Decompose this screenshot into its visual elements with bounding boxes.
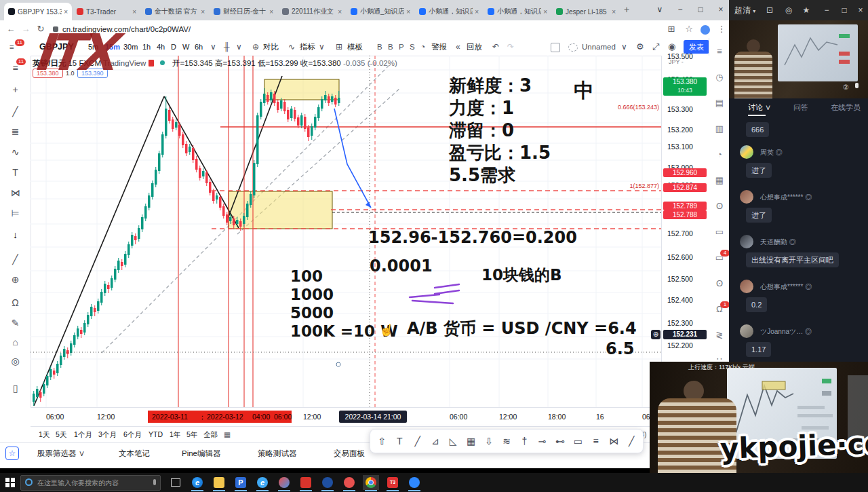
tab-close-icon[interactable]: × <box>201 8 205 16</box>
browser-tab[interactable]: Jesper Li-185× <box>552 3 620 20</box>
t3-icon[interactable]: T3 <box>384 475 401 490</box>
app-minimize-icon[interactable]: − <box>818 0 835 20</box>
flag-icon[interactable] <box>149 60 154 67</box>
right-triangle-icon[interactable]: ◺ <box>444 430 462 453</box>
watchlist-icon[interactable]: ≡ <box>709 46 730 56</box>
browser-tab[interactable]: 小鹅通_知识店× <box>347 3 414 20</box>
style-caret-icon[interactable]: ∨ <box>236 38 242 56</box>
text-tool-icon[interactable]: T <box>0 167 31 178</box>
xabcd-pattern-icon[interactable]: ⋈ <box>605 430 623 453</box>
hide-drawings-icon[interactable]: ◎ <box>0 356 31 366</box>
arrow-up-icon[interactable]: ⇧ <box>373 430 391 453</box>
app-close-icon[interactable]: × <box>852 0 868 20</box>
browser-tab[interactable]: T3-Trader× <box>73 3 140 20</box>
taskbar-search[interactable]: 在这里输入你要搜索的内容 <box>20 475 161 491</box>
file-explorer-icon[interactable] <box>211 475 227 490</box>
arrow-down-tool-icon[interactable]: ↓ <box>0 229 31 240</box>
window-max[interactable]: □ <box>690 0 711 19</box>
range-tab-1个月[interactable]: 1个月 <box>74 430 92 440</box>
interval-6h[interactable]: 6h <box>195 38 203 56</box>
p-app-icon[interactable]: P <box>233 475 249 490</box>
tab-close-icon[interactable]: × <box>475 8 479 16</box>
quick-button-S3[interactable]: S <box>410 38 415 56</box>
bookmark-star-icon[interactable]: ☆ <box>682 20 696 38</box>
streams-icon[interactable]: ʘ <box>709 278 730 288</box>
interval-D[interactable]: D <box>171 38 176 56</box>
browser-menu-icon[interactable]: ⋮ <box>715 20 728 38</box>
app-maximize-icon[interactable]: □ <box>836 0 852 20</box>
panel-tab-3[interactable]: 策略测试器 <box>258 449 297 459</box>
range-tab-YTD[interactable]: YTD <box>149 430 163 438</box>
forward-icon[interactable]: → <box>19 20 33 38</box>
range-tab-1年[interactable]: 1年 <box>170 430 180 440</box>
candle-style-icon[interactable]: ╫ <box>224 38 230 56</box>
alert-button[interactable]: 警报 <box>431 38 447 56</box>
hotlist-icon[interactable]: ◔ <box>709 149 730 159</box>
templates-icon[interactable]: ⊞ <box>336 38 342 56</box>
compare-icon[interactable]: ⊕ <box>252 38 259 56</box>
trend-line-icon[interactable]: ╱ <box>409 430 427 453</box>
tab-close-icon[interactable]: × <box>64 8 68 16</box>
interval-30m[interactable]: 30m <box>123 38 138 56</box>
alert-clock-icon[interactable]: ◔ <box>420 38 425 56</box>
undo-icon[interactable]: ↶ <box>492 38 499 56</box>
text-icon[interactable]: T <box>391 430 408 453</box>
quick-button-B0[interactable]: B <box>377 38 382 56</box>
magnet-icon[interactable]: Ω <box>0 297 31 308</box>
browser-tab[interactable]: 金十数据 官方× <box>141 3 209 20</box>
quality-selector[interactable]: 超清 ▾ <box>734 0 760 20</box>
indicators-caret-icon[interactable]: ∨ <box>319 38 325 56</box>
ideas-icon[interactable]: ʘ <box>709 201 730 211</box>
window-close[interactable]: × <box>711 0 731 19</box>
extensions-icon[interactable]: ⊞ <box>665 20 678 38</box>
task-view-icon[interactable] <box>167 475 184 490</box>
red-app-icon[interactable] <box>298 475 314 490</box>
profile-avatar[interactable] <box>698 20 712 38</box>
menu-icon[interactable]: ≡ <box>0 62 31 73</box>
interval-caret-icon[interactable]: ∨ <box>210 38 216 56</box>
fib-retracement-icon[interactable]: ≣ <box>0 126 31 137</box>
settings-gear-icon[interactable]: ⚙ <box>636 38 644 56</box>
tab-close-icon[interactable]: × <box>269 8 273 16</box>
price-line-icon[interactable]: ⊷ <box>551 430 569 453</box>
quick-button-B1[interactable]: B <box>388 38 393 56</box>
teacher-video[interactable]: ② <box>729 20 868 98</box>
trendline-icon[interactable]: ╱ <box>0 106 31 117</box>
range-tab-全部[interactable]: 全部 <box>203 430 218 440</box>
lock-icon[interactable]: ⌂ <box>0 337 31 347</box>
zoom-in-icon[interactable]: ⊕ <box>0 274 31 285</box>
add-alert-plus-icon[interactable]: ⊕ <box>651 330 660 339</box>
quark-icon[interactable] <box>276 475 292 490</box>
panel-tab-0[interactable]: 股票筛选器 ∨ <box>37 449 85 459</box>
trash-icon[interactable]: ▯ <box>0 383 31 394</box>
alerts-clock-icon[interactable]: ◷ <box>709 72 730 82</box>
interval-4h[interactable]: 4h <box>157 38 165 56</box>
redo-icon[interactable]: ↷ <box>507 38 514 56</box>
new-tab-button[interactable]: + <box>624 4 629 15</box>
data-window-icon[interactable]: ▥ <box>709 124 730 134</box>
tab-close-icon[interactable]: × <box>338 8 342 16</box>
record-icon[interactable]: ◎ <box>781 0 797 20</box>
checkbox[interactable] <box>551 43 560 52</box>
favorites-star-button[interactable]: ☆ <box>5 447 19 460</box>
ie-icon[interactable]: e <box>254 475 271 490</box>
flat-lines-icon[interactable]: ≡ <box>587 430 605 453</box>
publish-button[interactable]: 发表 <box>684 40 709 54</box>
news-icon[interactable]: ▤ <box>709 98 730 108</box>
app-tab-讨论[interactable]: 讨论 ∨ <box>748 102 771 113</box>
replay-icon[interactable]: « <box>456 38 460 56</box>
ruler-icon[interactable]: ╱ <box>0 254 31 265</box>
crosshair-icon[interactable]: + <box>0 84 31 95</box>
draw-pencil-icon[interactable]: ✎ <box>0 318 31 328</box>
app-tab-问答[interactable]: 问答 <box>793 102 808 113</box>
range-tab-5年[interactable]: 5年 <box>186 430 197 440</box>
tab-close-icon[interactable]: × <box>132 8 136 16</box>
share-icon[interactable]: ⊡ <box>762 0 778 20</box>
edge-icon[interactable]: e <box>189 475 205 490</box>
browser-tab[interactable]: 小鹅通，知识店× <box>415 3 483 20</box>
window-min[interactable]: − <box>670 0 690 19</box>
panel-tab-2[interactable]: Pine编辑器 <box>182 449 221 459</box>
tab-close-icon[interactable]: × <box>406 8 410 16</box>
fullscreen-icon[interactable]: ⤢ <box>652 38 659 56</box>
ray-line-icon[interactable]: ╱ <box>623 430 640 453</box>
